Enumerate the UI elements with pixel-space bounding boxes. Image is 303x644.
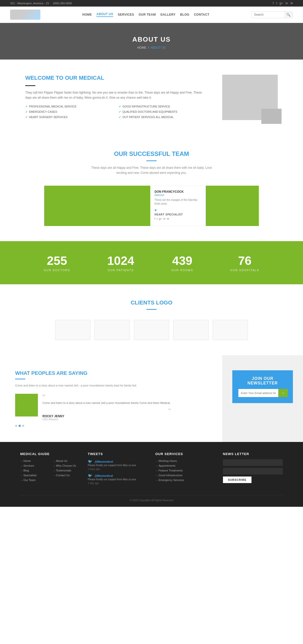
welcome-body: They call him Flipper Flipper faster tha… [25,90,207,100]
testimonial-card: " Come and listen to a story about a man… [15,394,207,421]
clients-heading-plain: CLIENTS [131,299,156,306]
nav-contact[interactable]: CONTACT [194,13,209,16]
tweet-handle-1: @Maxmedical [94,460,113,463]
footer-service-treatments[interactable]: Feature Treatments [159,469,183,472]
footer-link-specialists[interactable]: Specialists [23,474,37,477]
breadcrumb-home[interactable]: HOME [137,46,146,49]
nav-about[interactable]: ABOUT US [96,12,113,17]
quote-close: " [42,407,171,414]
newsletter-email-input[interactable] [238,389,278,397]
social-linkedin[interactable]: in [286,2,288,5]
checklist-item: OUT PATIENT SERVICES ALL MEDICAL [119,116,207,119]
team-card-image-1 [44,186,97,226]
nav-team[interactable]: OUR TEAM [139,13,156,16]
footer-link-home[interactable]: Home [23,459,31,462]
stats-section: 255 OUR DOCTORS 1024 OUR PATIENTS 439 OU… [0,241,303,284]
social-facebook[interactable]: f [273,2,273,5]
nav-blog[interactable]: BLOG [180,13,189,16]
dot-1[interactable] [15,425,17,427]
checklist-item: PROFESSIONAL MEDICAL SERVICE [25,105,114,108]
clients-heading-accent: LOGO [156,299,172,306]
footer-newsletter-input-1[interactable] [223,459,283,466]
testimonial-subtitle: Come and listen to a story about a man n… [15,383,207,388]
testimonial-name: ROCKY JENNY [42,414,171,418]
checklist-item: HEART SURGERY SERVICES [25,116,114,119]
footer-link-testimonials[interactable]: Testimonials [56,469,71,472]
team-section: OUR SUCCESSFUL TEAM These days are all H… [0,135,303,241]
footer-col1-title: MEDICAL GIUDE [20,452,80,456]
client-logo-4 [173,320,209,340]
top-bar-left: 322 - Washington, America - 23 (000) 000… [10,2,72,5]
testimonial-dots [15,425,207,427]
newsletter-box: JOIN OUR NEWSLETTER → [232,370,293,403]
footer-link-blog[interactable]: Blog [23,469,29,472]
footer-col2-title: TWEETS [88,452,148,456]
footer-service-hours[interactable]: Working Hours [159,459,177,462]
checklist-item: EMERGENCY CASES [25,110,114,114]
client-logo-1 [55,320,90,340]
footer-link-ourteam[interactable]: Our Team [23,479,36,482]
stat-hospitals: 76 OUR HOSPITALS [230,254,259,272]
footer-col-services: OUR SERVICES Working Hours Appointments … [155,452,215,488]
testimonial-content: " Come and listen to a story about a man… [42,394,171,421]
page-title: ABOUT US [10,36,293,43]
newsletter-submit-button[interactable]: → [278,389,288,397]
footer-tweet-2: 🐦 @Maxmedical Please Kindly our support … [88,473,148,485]
footer-newsletter-input-2[interactable] [223,468,283,474]
social-email[interactable]: ✉ [290,2,293,5]
tweet-text-2: Please Kindly our support from Max.co.ex… [88,478,148,481]
testimonial-quote: Come and listen to a story about a man n… [42,401,171,405]
welcome-heading-plain: WELCOME TO OUR [25,75,79,81]
checklist-item: QUALIFIED DOCTORS AND EQUIPMENTS [119,110,207,114]
welcome-heading-accent: MEDICAL [79,75,104,81]
top-bar: 322 - Washington, America - 23 (000) 000… [0,0,303,7]
team-member-role: Director [155,193,201,197]
footer-col-newsletter: NEWS LETTER SUBSCRIBE [223,452,283,488]
social-g[interactable]: g+ [159,217,162,220]
team-heading-plain: OUR [114,150,129,157]
social-in[interactable]: in [163,217,165,220]
quote-open: " [42,394,171,401]
clients-heading: CLIENTS LOGO [20,299,283,306]
phone: (000) 000-0000 [53,2,72,5]
footer-link-about[interactable]: About Us [56,459,67,462]
nav-home[interactable]: HOME [82,13,92,16]
team-card-info: DON FRANCYCOCK Director These are the vo… [150,186,206,226]
team-card-image-2 [97,186,150,226]
team-card-2 [97,186,150,226]
testimonial-heading-plain: WHAT PEOPLES ARE [15,370,68,376]
newsletter-section: JOIN OUR NEWSLETTER → [222,355,303,442]
welcome-content: WELCOME TO OUR MEDICAL They call him Fli… [25,75,207,119]
clients-underline [146,309,157,310]
search-input[interactable] [251,12,284,18]
hero-banner: ABOUT US HOME / ABOUT US [0,23,303,60]
team-subtitle: These days are all Happy and Free. These… [88,165,215,176]
testimonial-title: CEO /Ranson [42,418,171,421]
search-button[interactable]: 🔍 [284,12,293,18]
footer-service-emergency[interactable]: Emergency Services [159,479,184,482]
social-mail[interactable]: ✉ [167,217,169,220]
team-social-links: f t g+ in ✉ [155,217,201,220]
client-logo-5 [213,320,248,340]
social-gplus[interactable]: g+ [280,2,283,5]
copyright: © 2015 Copyrights All Rights Reserved [130,499,173,502]
footer-service-infra[interactable]: Good Infrastructure [159,474,183,477]
footer-link-whychoose[interactable]: Why Choose Us [56,464,76,467]
social-t[interactable]: t [157,217,158,220]
nav-gallery[interactable]: GALLERY [160,13,175,16]
nav-services[interactable]: SERVICES [118,13,134,16]
social-f[interactable]: f [155,217,155,220]
tweet-text-1: Please Kindly our support from Max.co.ex… [88,463,148,467]
social-twitter[interactable]: t [276,2,277,5]
dot-2[interactable] [19,425,21,427]
subscribe-button[interactable]: SUBSCRIBE [223,477,252,483]
dot-3[interactable] [22,425,24,427]
footer-bottom: © 2015 Copyrights All Rights Reserved [20,495,283,502]
footer-service-appt[interactable]: Appointments [159,464,175,467]
footer-link-contact[interactable]: Contact Us [56,474,70,477]
team-card-image-4 [206,186,259,226]
footer-columns: MEDICAL GIUDE Home Services Blog Special… [20,452,283,488]
footer-link-services[interactable]: Services [23,464,34,467]
site-logo[interactable] [10,10,40,20]
main-nav: HOME ABOUT US SERVICES OUR TEAM GALLERY … [82,12,209,17]
